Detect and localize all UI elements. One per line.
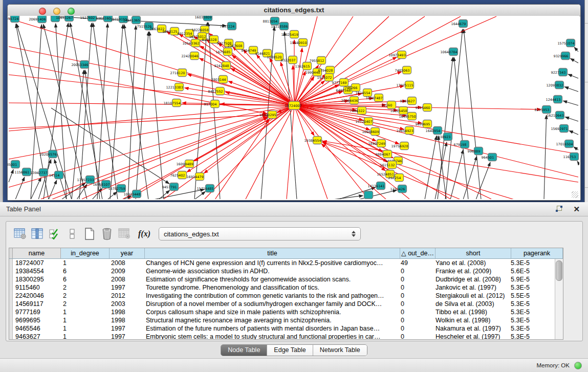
graph-node[interactable]: 1733426 xyxy=(390,185,407,193)
table-cell[interactable]: 1997 xyxy=(108,283,143,292)
table-cell[interactable]: 14569117 xyxy=(13,300,60,308)
graph-node[interactable]: 17957233 xyxy=(77,176,94,184)
graph-node[interactable]: 9463627 xyxy=(400,97,417,105)
tab-network-table[interactable]: Network Table xyxy=(313,345,367,356)
table-cell[interactable]: 5.9E-5 xyxy=(508,275,559,283)
new-file-icon[interactable] xyxy=(82,226,97,242)
table-scrollbar-thumb[interactable] xyxy=(556,260,562,281)
graph-node[interactable]: 8215953 xyxy=(535,106,551,114)
graph-node[interactable]: 116753 xyxy=(563,153,579,161)
graph-node[interactable]: 14514 xyxy=(49,171,63,179)
table-cell[interactable]: 1 xyxy=(60,259,108,267)
graph-node[interactable]: 1527602 xyxy=(80,16,97,21)
table-cell[interactable]: 1 xyxy=(60,316,108,324)
table-cell[interactable]: Changes of HCN gene expression and I(f) … xyxy=(143,259,398,267)
graph-node[interactable]: 16033809 xyxy=(194,16,212,21)
table-cell[interactable]: Estimation of significance thresholds fo… xyxy=(143,275,398,283)
table-cell[interactable]: 0 xyxy=(398,316,433,324)
table-cell[interactable]: 5.3E-5 xyxy=(508,324,559,333)
table-row[interactable]: 1872400712008Changes of HCN gene express… xyxy=(9,259,555,267)
table-row[interactable]: 1938455462009Genome-wide association stu… xyxy=(9,267,555,275)
table-cell[interactable]: Investigating the contribution of common… xyxy=(143,292,398,300)
table-row[interactable]: 911546021997Tourette syndrome. Phenomeno… xyxy=(9,283,555,292)
graph-node[interactable]: 7485063 xyxy=(395,67,411,74)
network-canvas[interactable]: 1405572420691406106532671527602696616010… xyxy=(8,16,579,199)
graph-node[interactable]: 20691406 xyxy=(29,16,46,23)
graph-node[interactable]: 1675685 xyxy=(216,48,232,56)
table-cell[interactable]: 0 xyxy=(398,308,433,316)
table-cell[interactable]: 0 xyxy=(398,292,433,300)
graph-node[interactable]: 19756928 xyxy=(391,142,408,150)
select-all-icon[interactable] xyxy=(47,226,62,242)
graph-node[interactable]: 2718120 xyxy=(170,69,187,77)
table-cell[interactable]: Estimation of the future numbers of pati… xyxy=(143,324,398,333)
table-cell[interactable]: 2008 xyxy=(108,275,143,283)
graph-node[interactable]: 22420046 xyxy=(181,52,199,60)
table-cell[interactable]: 0 xyxy=(398,275,433,283)
table-scrollbar[interactable] xyxy=(555,259,563,339)
table-cell[interactable]: Dudbridge et al. (2008) xyxy=(433,275,508,283)
graph-node[interactable]: 8813054 xyxy=(263,17,279,25)
table-cell[interactable]: 5.3E-5 xyxy=(508,316,559,324)
graph-node[interactable]: 7625402 xyxy=(170,171,187,179)
clear-selection-icon[interactable] xyxy=(64,226,80,242)
graph-node[interactable]: 15325419 xyxy=(281,31,298,38)
tab-node-table[interactable]: Node Table xyxy=(221,345,267,356)
network-graph-svg[interactable]: 1405572420691406106532671527602696616010… xyxy=(8,16,579,199)
graph-node[interactable]: 18107554 xyxy=(163,99,181,107)
table-cell[interactable]: de Silva et al. (2003) xyxy=(433,300,508,308)
graph-node[interactable]: 16099489 xyxy=(176,160,193,168)
table-cell[interactable]: 9115460 xyxy=(13,283,60,292)
graph-node[interactable]: 7857224 xyxy=(220,23,236,30)
table-cell[interactable]: Tibbo et al. (1998) xyxy=(433,308,508,316)
graph-node[interactable]: 10648784 xyxy=(440,48,458,56)
graph-node[interactable]: 13942737 xyxy=(30,169,48,177)
table-cell[interactable]: 1 xyxy=(60,324,108,333)
table-cell[interactable]: 0 xyxy=(398,333,433,339)
graph-node[interactable]: 9227343 xyxy=(551,69,568,76)
graph-node[interactable]: 14055724 xyxy=(8,16,19,23)
table-cell[interactable]: 0 xyxy=(398,267,433,275)
column-header-name[interactable]: name xyxy=(13,248,61,258)
table-row[interactable]: 946362711997Embryonic stem cells: a mode… xyxy=(9,333,555,339)
graph-node[interactable]: 17016504 xyxy=(556,140,573,148)
graph-node[interactable]: 1244413 xyxy=(546,96,562,103)
table-settings-icon[interactable] xyxy=(12,226,28,242)
graph-node[interactable]: 19654923 xyxy=(396,127,413,135)
table-cell[interactable]: 2008 xyxy=(108,259,143,267)
table-cell[interactable]: 9463627 xyxy=(13,333,60,339)
graph-node[interactable]: 1644679 xyxy=(451,20,468,28)
table-cell[interactable]: 5.3E-5 xyxy=(508,259,559,267)
table-cell[interactable]: 0 xyxy=(398,300,433,308)
graph-node[interactable]: 996889 xyxy=(468,147,483,155)
column-header-short[interactable]: short xyxy=(435,248,511,258)
table-row[interactable]: 969969511998Structural magnetic resonanc… xyxy=(9,316,555,324)
table-cell[interactable]: 1 xyxy=(60,308,108,316)
table-cell[interactable]: 9777169 xyxy=(13,308,60,316)
float-panel-icon[interactable] xyxy=(555,206,563,213)
graph-node[interactable]: 15720407 xyxy=(355,118,373,125)
table-cell[interactable]: 6 xyxy=(60,275,108,283)
graph-node[interactable]: 9242848 xyxy=(214,62,231,70)
table-cell[interactable]: 22420046 xyxy=(13,292,60,300)
graph-node[interactable]: 16958107 xyxy=(93,181,110,188)
table-cell[interactable]: 5.6E-5 xyxy=(508,267,559,275)
table-row[interactable]: 977716911998Corpus callosum shape and si… xyxy=(9,308,555,316)
tab-edge-table[interactable]: Edge Table xyxy=(267,345,312,356)
graph-node[interactable]: 9884067 xyxy=(376,150,392,158)
table-cell[interactable]: Stergiakouli et al. (2012) xyxy=(433,292,508,300)
table-cell[interactable]: 6 xyxy=(60,267,108,275)
graph-node[interactable]: 7955812 xyxy=(310,57,326,64)
table-cell[interactable]: 1998 xyxy=(108,316,143,324)
table-cell[interactable]: 5.5E-5 xyxy=(508,292,559,300)
table-cell[interactable]: Structural magnetic resonance image aver… xyxy=(143,316,398,324)
table-row[interactable]: 1830029562008Estimation of significance … xyxy=(9,275,555,283)
table-cell[interactable]: 18300295 xyxy=(13,275,60,283)
table-cell[interactable]: 2009 xyxy=(108,267,143,275)
close-panel-icon[interactable]: ✕ xyxy=(573,206,580,213)
table-cell[interactable]: Nakamura et al. (1997) xyxy=(433,324,508,333)
graph-node[interactable]: 20053346 xyxy=(71,61,89,69)
graph-node[interactable]: 12213383 xyxy=(166,83,183,91)
table-cell[interactable]: 49 xyxy=(398,259,433,267)
delete-table-icon[interactable] xyxy=(117,226,132,242)
